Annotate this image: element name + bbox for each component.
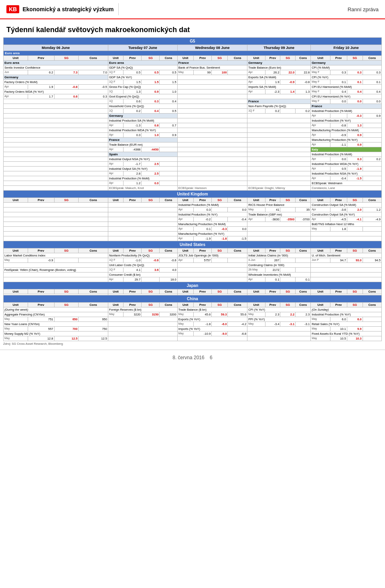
us-fed-label: FedSpeak: Yellen (Chair), Rosengran (Bos… bbox=[4, 268, 108, 273]
wed-empty22 bbox=[177, 176, 247, 181]
us-cc-prev: 2172 bbox=[265, 268, 280, 273]
jp-section-row: Japan bbox=[4, 282, 382, 289]
wed-empty14 bbox=[177, 138, 247, 142]
mfg-yoy-fr-prev: -1.1 bbox=[330, 142, 347, 147]
us-mon-sg: SG bbox=[54, 248, 79, 253]
cn-new-yuan-label: New Yuan Loans (CNYbn) bbox=[4, 322, 108, 327]
us-thu-prev: Prev bbox=[265, 248, 280, 253]
ind-prod-mom-sg: -0.3 bbox=[347, 114, 363, 118]
cn-mon-unit: Unit bbox=[4, 303, 28, 307]
wed-empty7 bbox=[177, 104, 247, 109]
mon-euro-area: Euro area bbox=[4, 61, 108, 65]
uk-thu-unit: Unit bbox=[247, 198, 265, 203]
us-credit-period: Apr bbox=[108, 277, 123, 282]
g5-row4: Factory Orders WDA (% YoY) 1Q 1.3 0.9 1.… bbox=[4, 90, 382, 94]
cn-retail-label: Retail Sales (% YoY) bbox=[311, 322, 382, 327]
cn-ip-prev: 6.0 bbox=[330, 317, 347, 322]
cn-tue-sg: SG bbox=[142, 303, 160, 307]
us-wed-empty2 bbox=[177, 268, 247, 273]
uk-mon-empty7 bbox=[4, 232, 108, 236]
us-wed-sg: SG bbox=[212, 248, 228, 253]
day-tue: Tuesday 07 June bbox=[108, 45, 177, 51]
tue-sg: SG bbox=[142, 56, 160, 61]
hh-cons-sg: 0.4 bbox=[142, 109, 160, 114]
g5-label: G5 bbox=[4, 38, 382, 45]
us-wed-prev: Prev bbox=[193, 248, 211, 253]
uk-mon-empty6 bbox=[4, 227, 108, 232]
govt-expend-label: Govt Expend (% QoQ) bbox=[108, 94, 177, 99]
mon-empty8 bbox=[4, 133, 108, 138]
cn-cpi-period: May bbox=[247, 312, 265, 317]
govt-exp-sg: 0.3 bbox=[142, 99, 160, 104]
g5-row8: 1Q 0.2 0.4 0.5 1Q F 0.2 0.2 Industrial P… bbox=[4, 109, 382, 114]
mon-empty2 bbox=[4, 104, 108, 109]
fri-prev: Prev bbox=[330, 56, 347, 61]
household-cons-label: Household Cons (% QoQ) bbox=[108, 104, 177, 109]
uk-fri-sg: SG bbox=[347, 198, 363, 203]
ind-prod-mom-label: Industrial Production (% MoM) bbox=[311, 109, 382, 114]
uk-thu-sg: SG bbox=[280, 198, 296, 203]
cn-fri-cons: Cons bbox=[363, 303, 381, 307]
footer-page: 6 bbox=[210, 355, 213, 360]
fri-unit: Unit bbox=[311, 56, 330, 61]
cn-forex-cons: 3200 bbox=[160, 312, 177, 317]
cpi-mom-prev: 0.3 bbox=[330, 70, 347, 75]
day-wed: Wednesday 08 June bbox=[177, 45, 247, 51]
thu-sg: SG bbox=[280, 56, 296, 61]
wed-empty3 bbox=[177, 85, 247, 90]
uk-ind-yoy-cons: -0.4 bbox=[228, 217, 247, 222]
gdp-sa-qqq-label: GDP SA (% QoQ) bbox=[108, 65, 177, 70]
g5-row21: Apr 2.8 2.5 Industrial Production NSA (%… bbox=[4, 171, 382, 176]
us-fri-empty2 bbox=[311, 268, 382, 273]
uk-const-yoy-sg: -4.1 bbox=[347, 217, 363, 222]
us-mon-empty bbox=[4, 263, 108, 268]
jp-tue-cons: Cons bbox=[160, 289, 177, 294]
g5-row-sentix: Sentix Investor Confidence GDP SA (% QoQ… bbox=[4, 65, 382, 70]
source-note: Zdroj: SG Cross Asset Research, Bloomber… bbox=[0, 341, 385, 346]
uk-row5: Manufacturing Production (% MoM) BoE/TNS… bbox=[4, 222, 382, 227]
gross-fix-prev: 1.3 bbox=[124, 90, 142, 94]
uk-tue-empty5 bbox=[108, 222, 177, 227]
jp-mon-unit: Unit bbox=[4, 289, 28, 294]
us-section-row: United States bbox=[4, 241, 382, 248]
uk-mon-empty5 bbox=[4, 222, 108, 227]
cpi-eu-yoy-cons: 0.0 bbox=[363, 99, 381, 104]
thu-germany: Germany bbox=[247, 61, 311, 65]
cn-sun-label: (On Sunday) bbox=[311, 307, 382, 312]
cn-tb-prev: 45.6 bbox=[193, 312, 211, 317]
it-ind-mom-cons: 0.2 bbox=[363, 157, 381, 162]
uk-mon-empty3 bbox=[4, 212, 108, 217]
trade-bal-eur-label: Trade Balance (EUR mn) bbox=[108, 142, 177, 147]
nfp-period: 1Q F bbox=[247, 109, 265, 114]
cn-exp-prev: -1.8 bbox=[193, 322, 211, 327]
us-wi-period: Apr bbox=[247, 277, 265, 282]
jp-fri-unit: Unit bbox=[311, 289, 330, 294]
us-wi-prev: 0.1 bbox=[265, 277, 280, 282]
gross-fix-cap-label: Gross Fix Cap (% QoQ) bbox=[108, 85, 177, 90]
uk-boe-period: May bbox=[311, 227, 330, 232]
us-fri-empty4 bbox=[311, 277, 382, 282]
report-type: Ranní zpráva bbox=[348, 6, 379, 12]
us-mon-empty2 bbox=[4, 273, 108, 277]
wed-empty21 bbox=[177, 171, 247, 176]
g5-row2: Germany GDP SA (% YoY) Exports SA (% MoM… bbox=[4, 75, 382, 80]
wed-empty23 bbox=[177, 181, 247, 186]
g5-row20: Industrial Output SA (% YoY) Apr 0.5 -1.… bbox=[4, 167, 382, 171]
footer-date: 8. června 2016 bbox=[172, 355, 204, 360]
us-ulc-prev: 4.1 bbox=[124, 268, 142, 273]
uk-row7: Manufacturing Production (% YoY) bbox=[4, 232, 382, 236]
thu-prev: Prev bbox=[265, 56, 280, 61]
imp-sg: 1.4 bbox=[280, 90, 296, 94]
us-nfp-label: Nonfarm Productivity (% QoQ) bbox=[108, 253, 177, 258]
g5-table: G5 Monday 06 June Tuesday 07 June Wednes… bbox=[3, 37, 382, 341]
nfp-sg bbox=[280, 109, 296, 114]
day-fri: Friday 10 June bbox=[311, 45, 382, 51]
mon-empty17 bbox=[4, 176, 108, 181]
fwda-sg: 0.6 bbox=[54, 94, 79, 99]
uk-section-row: United Kingdom bbox=[4, 191, 382, 198]
g5-label-row: G5 bbox=[4, 38, 382, 45]
uk-mon-prev: Prev bbox=[28, 198, 54, 203]
cn-fri-unit: Unit bbox=[311, 303, 330, 307]
it-ind-mom-period: Apr bbox=[311, 157, 330, 162]
uk-thu-prev: Prev bbox=[265, 198, 280, 203]
